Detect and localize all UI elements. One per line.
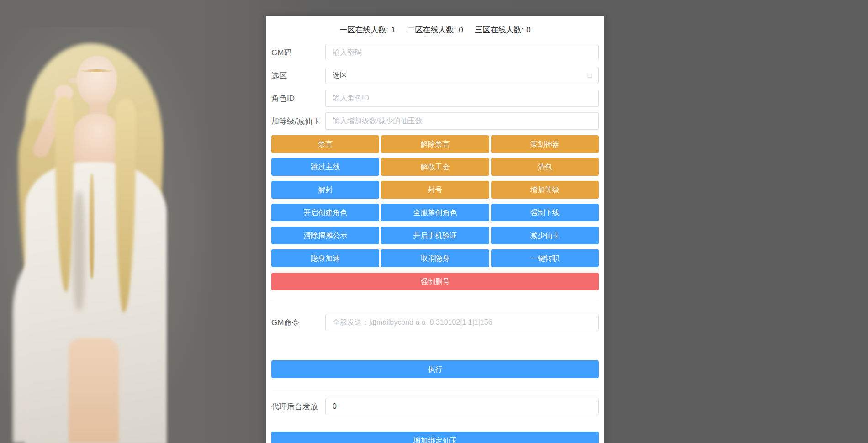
role-id-label: 角色ID	[271, 93, 325, 104]
action-button[interactable]: 跳过主线	[271, 158, 379, 176]
action-button[interactable]: 解除禁言	[381, 135, 489, 153]
action-button[interactable]: 全服禁创角色	[381, 204, 489, 222]
agent-grant-row: 代理后台发放	[271, 398, 599, 415]
action-button[interactable]: 增加等级	[491, 181, 599, 199]
zone-select-value: 选区	[333, 71, 347, 80]
action-button[interactable]: 策划神器	[491, 135, 599, 153]
page-background: 一区在线人数:1 二区在线人数:0 三区在线人数:0 GM码 选区 选区 □ 角…	[0, 0, 868, 443]
role-id-row: 角色ID	[271, 90, 599, 107]
execute-button[interactable]: 执行	[271, 360, 599, 378]
gm-code-row: GM码	[271, 44, 599, 61]
agent-grant-label: 代理后台发放	[271, 401, 325, 412]
role-id-input[interactable]	[325, 90, 599, 107]
grant-jade-button[interactable]: 增加绑定仙玉	[271, 432, 599, 443]
zone1-online-count: 一区在线人数:1	[339, 25, 395, 35]
gm-command-row: GM命令	[271, 314, 599, 331]
online-stats-bar: 一区在线人数:1 二区在线人数:0 三区在线人数:0	[271, 22, 599, 37]
action-button[interactable]: 隐身加速	[271, 249, 379, 267]
section-divider	[271, 301, 599, 301]
zone-select-row: 选区 选区 □	[271, 67, 599, 84]
action-button[interactable]: 开启创建角色	[271, 204, 379, 222]
force-delete-button[interactable]: 强制删号	[271, 273, 599, 290]
level-jade-input[interactable]	[325, 112, 599, 130]
level-jade-row: 加等级/减仙玉	[271, 112, 599, 130]
action-button[interactable]: 清除摆摊公示	[271, 227, 379, 244]
zone-select-label: 选区	[271, 70, 325, 81]
action-button[interactable]: 开启手机验证	[381, 227, 489, 244]
artwork-circlet	[80, 69, 113, 72]
action-button[interactable]: 封号	[381, 181, 489, 199]
zone3-online-count: 三区在线人数:0	[475, 25, 531, 35]
gm-code-label: GM码	[271, 47, 325, 58]
artwork-face	[77, 56, 117, 107]
dropdown-indicator-icon: □	[588, 72, 592, 79]
zone-select-dropdown[interactable]: 选区 □	[325, 67, 599, 84]
artwork-legs	[69, 338, 119, 443]
action-button[interactable]: 清包	[491, 158, 599, 176]
gm-command-label: GM命令	[271, 317, 325, 328]
action-button-grid: 禁言解除禁言策划神器跳过主线解散工会清包解封封号增加等级开启创建角色全服禁创角色…	[271, 135, 599, 267]
action-button[interactable]: 一键转职	[491, 249, 599, 267]
section-divider	[271, 426, 599, 426]
action-button[interactable]: 减少仙玉	[491, 227, 599, 244]
zone2-online-count: 二区在线人数:0	[407, 25, 463, 35]
gm-code-input[interactable]	[325, 44, 599, 61]
gm-command-input[interactable]	[325, 314, 599, 331]
action-button[interactable]: 禁言	[271, 135, 379, 153]
artwork-dress-shading	[73, 192, 85, 311]
level-jade-label: 加等级/减仙玉	[271, 116, 325, 127]
action-button[interactable]: 解散工会	[381, 158, 489, 176]
action-button[interactable]: 取消隐身	[381, 249, 489, 267]
agent-grant-input[interactable]	[325, 398, 599, 415]
section-divider	[271, 389, 599, 389]
action-button[interactable]: 强制下线	[491, 204, 599, 222]
character-artwork-image	[0, 0, 215, 443]
gm-panel: 一区在线人数:1 二区在线人数:0 三区在线人数:0 GM码 选区 选区 □ 角…	[266, 16, 604, 443]
artwork-gold-trim	[90, 174, 94, 279]
action-button[interactable]: 解封	[271, 181, 379, 199]
